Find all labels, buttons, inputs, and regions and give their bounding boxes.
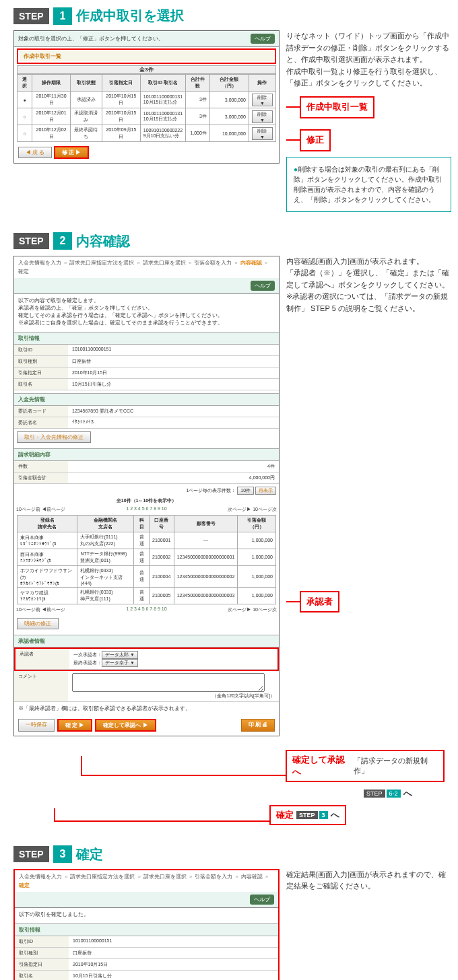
pager-nums[interactable]: 1 2 3 4 5 6 7 8 9 10 [126, 506, 166, 513]
step1-screenshot: 対象の取引を選択の上、「修正」ボタンを押してください。 ヘルプ 作成中取引一覧 … [13, 30, 280, 164]
table-row: 東日本商事 ﾋｶﾞｼﾆﾎﾝｼﾖｳｼﾞ(ｶ大手町銀行(0111) 丸の内支店(22… [18, 532, 276, 549]
step2-screenshot: 入金先情報を入力請求先口座指定方法を選択請求先口座を選択引落金額を入力内容確認確… [13, 256, 280, 736]
step3-section: 入金先情報を入力請求先口座指定方法を選択請求先口座を選択引落金額を入力内容確認確… [0, 869, 458, 980]
table-row: ホツカイドウフドウサン(カ ﾎﾂｶｲﾄﾞｳﾌﾄﾞｳｻﾝ(ｶ札幌銀行(0333) … [18, 565, 276, 587]
sec-approver: 承認者情報 [14, 635, 279, 648]
step-label: STEP [13, 8, 49, 24]
breadcrumb: 入金先情報を入力請求先口座指定方法を選択請求先口座を選択引落金額を入力内容確認確… [15, 870, 278, 892]
step3-header: STEP 3 確定 [13, 845, 458, 864]
print-btn[interactable]: 印 刷 🖨 [241, 719, 275, 732]
sec-trx: 取引情報 [14, 332, 279, 345]
step1-desc: りそなネット（ワイド）トップ画面から「作成中請求データの修正・削除」ボタンをクリ… [286, 30, 451, 90]
callout-list: 作成中取引一覧 [300, 96, 374, 118]
confirm-go-btn[interactable]: 確定して承認へ ▶ [95, 719, 156, 732]
transaction-table: 選択 操作期限 取引状態 引落指定日 取引ID 取引名 合計件数 合計金額 （円… [17, 74, 276, 142]
table-row[interactable]: ●2010年11月30日承認済み2010年10月15日1010011000001… [18, 92, 276, 108]
delete-button[interactable]: 削除 ▼ [252, 94, 273, 106]
appr2-select[interactable]: データ幸子 ▼ [102, 659, 138, 667]
step1-header: STEP 1 作成中取引を選択 [13, 7, 458, 25]
step2-desc: 内容確認[画面入力]画面が表示されます。 「承認者（※）」を選択し、「確定」また… [286, 256, 451, 315]
step2-header: STEP 2 内容確認 [13, 232, 458, 250]
table-row[interactable]: ○2010年12月01日承認取消済み2010年10月15日10100110000… [18, 108, 276, 125]
edit-payer-btn[interactable]: 取引・入金先情報の修正 [17, 431, 91, 443]
step1-section: 対象の取引を選択の上、「修正」ボタンを押してください。 ヘルプ 作成中取引一覧 … [0, 30, 458, 225]
help-button[interactable]: ヘルプ [251, 34, 275, 44]
appr1-select[interactable]: データ太郎 ▼ [102, 651, 138, 659]
step3-screenshot: 入金先情報を入力請求先口座指定方法を選択請求先口座を選択引落金額を入力内容確認確… [13, 869, 280, 980]
detail-table: 登録名 請求先名金融機関名 支店名科目口座番号顧客番号引落金額（円）東日本商事 … [17, 515, 276, 604]
step2-section: 入金先情報を入力請求先口座指定方法を選択請求先口座を選択引落金額を入力内容確認確… [0, 256, 458, 750]
list-title: 作成中取引一覧 [20, 51, 273, 61]
fix-button[interactable]: 修 正 ▶ [54, 146, 89, 159]
sec-detail: 請求明細内容 [14, 448, 279, 461]
step3-desc: 確定結果[画面入力]画面が表示されますので、確定結果をご確認ください。 [286, 869, 451, 893]
pager-next[interactable]: 次ページ▶ 10ページ次 [228, 506, 277, 513]
comment-input[interactable] [72, 673, 265, 692]
delete-button[interactable]: 削除 ▼ [252, 110, 273, 123]
step1-tip: ●削除する場合は対象の取引の最右列にある「削除」ボタンをクリックしてください。作… [286, 157, 451, 212]
step-title: 作成中取引を選択 [76, 7, 184, 25]
temp-save-btn[interactable]: 一時保存 [18, 719, 55, 732]
breadcrumb: 入金先情報を入力請求先口座指定方法を選択請求先口座を選択引落金額を入力内容確認確… [14, 256, 279, 278]
callout-fix: 修正 [300, 129, 331, 151]
panel-instr: 対象の取引を選択の上、「修正」ボタンを押してください。 [18, 35, 164, 42]
per-page-select[interactable]: 10件 [237, 487, 254, 495]
help-button[interactable]: ヘルプ [250, 895, 274, 905]
help-button[interactable]: ヘルプ [251, 281, 275, 291]
table-row: ヤマカワ建設 ﾔﾏｶﾜｹﾝｾﾂ(ｶ札幌銀行(0333) 神戸支店(111)普通2… [18, 587, 276, 604]
row-count: 全3件 [17, 65, 276, 74]
step-num: 1 [53, 7, 73, 25]
redisplay-btn[interactable]: 再表示 [255, 487, 276, 495]
sec-payer: 入金先情報 [14, 393, 279, 406]
confirm-btn[interactable]: 確 定 ▶ [57, 719, 92, 732]
pager-prev[interactable]: 10ページ前 ◀前ページ [16, 506, 65, 513]
edit-detail-btn[interactable]: 明細の修正 [17, 618, 59, 629]
delete-button[interactable]: 削除 ▼ [252, 127, 273, 140]
callout-approver: 承認者 [300, 591, 339, 613]
table-row: 西日本商事 ﾆｼﾆﾎﾝｼﾖｳｼﾞ(ｶNTTデータ銀行(9998) 豊洲支店(00… [18, 549, 276, 565]
table-row[interactable]: ○2010年12月02日最終承認待ち2010年09月15日10091010000… [18, 125, 276, 142]
back-button[interactable]: ◀ 戻 る [18, 147, 52, 158]
